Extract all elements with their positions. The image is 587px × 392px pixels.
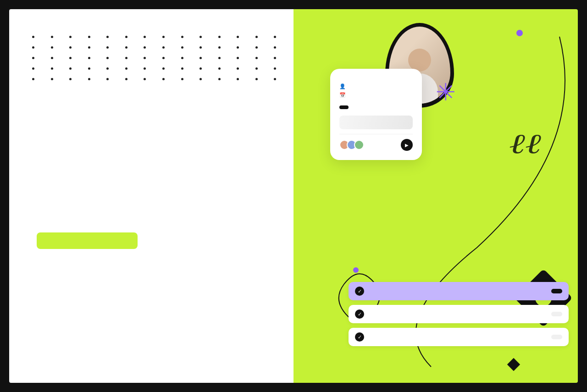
task-item: ✓ (349, 305, 569, 323)
dot (88, 78, 90, 80)
card-divider (339, 134, 413, 134)
asterisk-decoration: ✳ (436, 80, 456, 104)
left-panel: // Generate dots const grid = document.q… (9, 9, 294, 383)
task-item: ✓ (349, 328, 569, 346)
dot (144, 67, 146, 70)
dot (199, 67, 202, 70)
dot (199, 78, 202, 80)
small-diamond-decoration (507, 358, 520, 371)
dot (274, 57, 276, 59)
dot (181, 67, 183, 70)
hero-section (37, 89, 266, 383)
dot (144, 78, 146, 80)
dot (106, 78, 109, 80)
user-icon: 👤 (339, 83, 346, 89)
purple-dot-top (516, 30, 523, 36)
dot (181, 78, 183, 80)
dot (125, 78, 127, 80)
check-icon: ✓ (355, 287, 364, 296)
dot (32, 67, 34, 70)
dot (106, 46, 109, 49)
dot (218, 36, 221, 38)
dot (237, 67, 239, 70)
avatar-group (339, 140, 364, 150)
check-icon: ✓ (355, 332, 364, 342)
task-list: ✓ ✓ ✓ (349, 282, 569, 346)
play-button[interactable]: ▶ (401, 139, 413, 151)
dot (125, 46, 127, 49)
navbar (37, 9, 266, 31)
dot (199, 36, 202, 38)
task-deadline: 📅 (339, 92, 413, 98)
task-item: ✓ (349, 282, 569, 300)
calendar-icon: 📅 (339, 92, 346, 98)
dot (237, 36, 239, 38)
dot (125, 57, 127, 59)
open-dashboard-button[interactable] (37, 232, 138, 249)
dot (162, 57, 165, 59)
dot (32, 57, 34, 59)
task-card: 👤 📅 ▶ (330, 69, 422, 160)
task-item-left: ✓ (355, 332, 369, 342)
dot (144, 57, 146, 59)
card-footer: ▶ (339, 139, 413, 151)
dot (69, 57, 72, 59)
details-button-2[interactable] (551, 335, 562, 339)
dot (218, 46, 221, 49)
dot (88, 46, 90, 49)
dot (162, 78, 165, 80)
details-button-1[interactable] (551, 312, 562, 316)
dot (181, 36, 183, 38)
dot (274, 67, 276, 70)
dot (69, 78, 72, 80)
dot (255, 46, 258, 49)
dot (144, 36, 146, 38)
task-item-left: ✓ (355, 287, 369, 296)
dot (162, 67, 165, 70)
purple-dot-mid (353, 267, 359, 273)
details-button-0[interactable] (551, 289, 562, 293)
dot (274, 36, 276, 38)
dot (181, 57, 183, 59)
dot (255, 57, 258, 59)
dot (255, 67, 258, 70)
curl-decoration: ℓℓ (509, 128, 541, 160)
dot (51, 67, 53, 70)
check-icon: ✓ (355, 309, 364, 319)
dot (51, 46, 53, 49)
dot (274, 46, 276, 49)
dot-grid: // Generate dots const grid = document.q… (32, 36, 284, 80)
dot (162, 46, 165, 49)
dot (255, 78, 258, 80)
dot (199, 46, 202, 49)
dot (144, 46, 146, 49)
avatar (354, 140, 364, 150)
right-panel: ✳ 👤 📅 ▶ (294, 9, 578, 383)
dot (69, 36, 72, 38)
dot (69, 67, 72, 70)
dot (237, 46, 239, 49)
dot (218, 57, 221, 59)
dot (125, 36, 127, 38)
dot (162, 36, 165, 38)
dot (237, 78, 239, 80)
dot (32, 78, 34, 80)
cta-row (37, 232, 266, 249)
dot (255, 36, 258, 38)
dot (181, 46, 183, 49)
dot (106, 36, 109, 38)
dot (88, 57, 90, 59)
dot (218, 67, 221, 70)
dot (237, 57, 239, 59)
dot (51, 36, 53, 38)
task-assignee: 👤 (339, 83, 413, 89)
dot (125, 67, 127, 70)
dot (106, 57, 109, 59)
dot (88, 36, 90, 38)
dot (274, 78, 276, 80)
dot (32, 36, 34, 38)
dot (218, 78, 221, 80)
dot (69, 46, 72, 49)
task-item-left: ✓ (355, 309, 369, 319)
deadline-badge (339, 105, 349, 109)
